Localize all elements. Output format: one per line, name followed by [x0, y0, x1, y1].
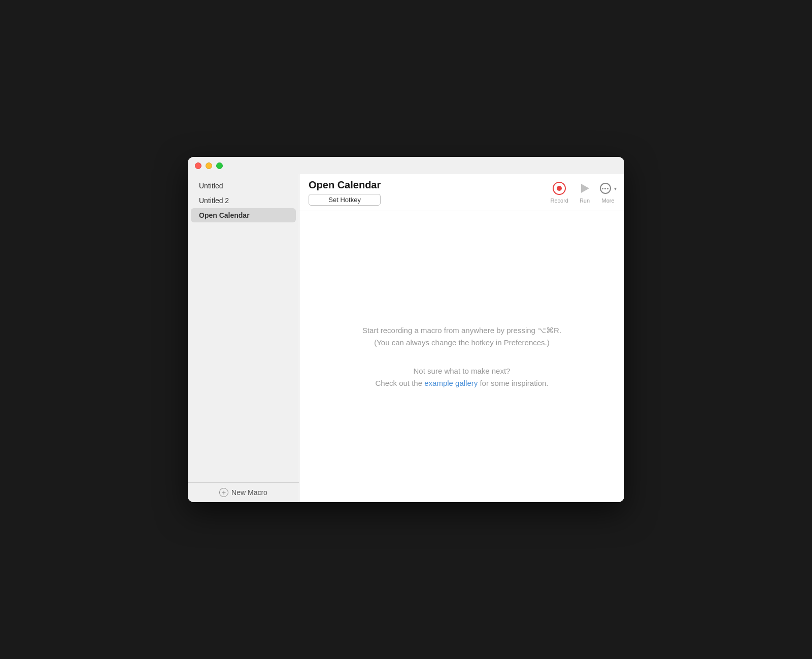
sidebar-item-untitled-2[interactable]: Untitled 2 — [191, 193, 296, 208]
new-macro-button[interactable]: + New Macro — [188, 482, 299, 502]
record-label: Record — [551, 197, 568, 204]
plus-icon: + — [219, 488, 228, 497]
hint-block: Start recording a macro from anywhere by… — [362, 324, 561, 349]
record-icon-wrap — [552, 181, 566, 195]
sidebar: Untitled Untitled 2 Open Calendar + New … — [188, 174, 299, 502]
run-icon — [581, 184, 589, 193]
gallery-block: Not sure what to make next? Check out th… — [375, 365, 548, 389]
macro-title: Open Calendar — [309, 179, 381, 191]
sidebar-item-untitled[interactable]: Untitled — [191, 179, 296, 193]
gallery-suffix: for some inspiration. — [478, 379, 548, 387]
titlebar — [188, 157, 624, 174]
gallery-line2: Check out the example gallery for some i… — [375, 377, 548, 389]
run-action[interactable]: Run — [578, 181, 592, 204]
hint-line1: Start recording a macro from anywhere by… — [362, 324, 561, 337]
toolbar: Open Calendar Set Hotkey Record — [299, 174, 624, 211]
gallery-line1: Not sure what to make next? — [375, 365, 548, 377]
chevron-down-icon: ▾ — [614, 186, 617, 191]
content-area: Start recording a macro from anywhere by… — [299, 211, 624, 502]
more-action[interactable]: ▾ More — [601, 181, 615, 204]
app-body: Untitled Untitled 2 Open Calendar + New … — [188, 174, 624, 502]
record-action[interactable]: Record — [551, 181, 568, 204]
sidebar-item-open-calendar[interactable]: Open Calendar — [191, 208, 296, 222]
record-icon — [553, 182, 566, 195]
minimize-button[interactable] — [206, 162, 212, 169]
three-dots-icon — [602, 188, 608, 189]
set-hotkey-button[interactable]: Set Hotkey — [309, 194, 381, 206]
main-content: Open Calendar Set Hotkey Record — [299, 174, 624, 502]
run-label: Run — [580, 197, 590, 204]
example-gallery-link[interactable]: example gallery — [424, 379, 478, 387]
run-icon-wrap — [578, 181, 592, 195]
more-icon-wrap: ▾ — [601, 181, 615, 195]
toolbar-actions: Record Run — [551, 181, 615, 204]
traffic-lights — [195, 162, 223, 169]
app-window: Untitled Untitled 2 Open Calendar + New … — [188, 157, 624, 502]
maximize-button[interactable] — [216, 162, 223, 169]
record-dot — [557, 186, 562, 191]
more-circle-icon — [600, 183, 611, 194]
close-button[interactable] — [195, 162, 201, 169]
hint-line2: (You can always change the hotkey in Pre… — [362, 337, 561, 349]
sidebar-list: Untitled Untitled 2 Open Calendar — [188, 174, 299, 482]
more-label: More — [601, 197, 614, 204]
gallery-prefix: Check out the — [375, 379, 424, 387]
